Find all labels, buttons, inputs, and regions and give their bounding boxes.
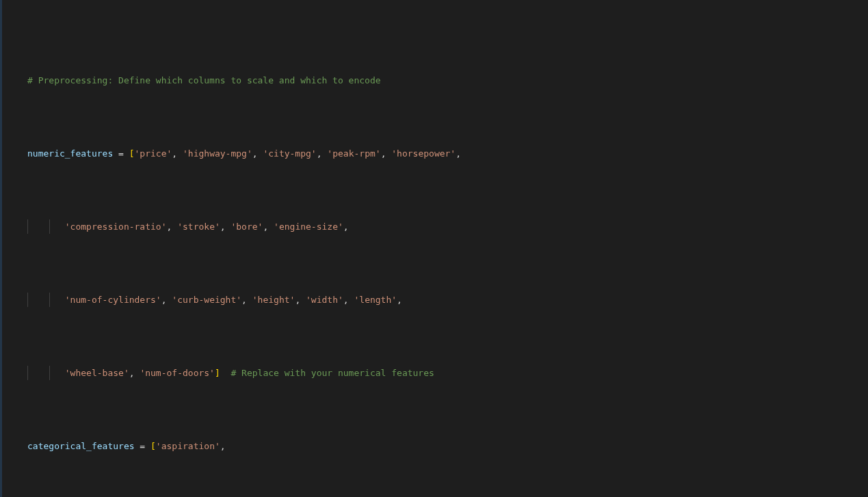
operator: = <box>113 148 129 159</box>
string: 'wheel-base' <box>65 368 129 378</box>
punct: , <box>381 148 392 159</box>
code-line[interactable]: # Preprocessing: Define which columns to… <box>0 73 868 88</box>
punct: , <box>172 148 183 159</box>
identifier: numeric_features <box>27 148 113 159</box>
punct: , <box>456 148 461 159</box>
indent-guide <box>27 293 28 307</box>
bracket: [ <box>129 148 135 159</box>
code-line[interactable]: 'num-of-cylinders', 'curb-weight', 'heig… <box>0 293 868 307</box>
punct: , <box>317 148 328 159</box>
indent-guide <box>49 293 50 307</box>
string: 'compression-ratio' <box>65 221 167 232</box>
operator: = <box>135 441 150 451</box>
bracket: ] <box>215 368 220 378</box>
punct: , <box>343 221 349 232</box>
string: 'curb-weight' <box>172 295 241 305</box>
indent-guide <box>27 219 28 234</box>
code-editor[interactable]: # Preprocessing: Define which columns to… <box>0 0 868 497</box>
string: 'price' <box>135 148 172 159</box>
code-line[interactable]: 'compression-ratio', 'stroke', 'bore', '… <box>0 219 868 234</box>
string: 'num-of-doors' <box>140 368 215 378</box>
string: 'aspiration' <box>156 441 220 451</box>
punct: , <box>295 295 306 305</box>
code-line[interactable]: categorical_features = ['aspiration', <box>0 439 868 453</box>
punct: , <box>220 441 226 451</box>
punct: , <box>252 148 263 159</box>
punct: , <box>161 295 172 305</box>
string: 'highway-mpg' <box>183 148 252 159</box>
string: 'length' <box>354 295 397 305</box>
comment: # Preprocessing: Define which columns to… <box>27 75 381 85</box>
punct: , <box>263 221 274 232</box>
punct: , <box>343 295 354 305</box>
string: 'bore' <box>231 221 263 232</box>
indent-guide <box>27 366 28 380</box>
punct: , <box>397 295 402 305</box>
indent-guide <box>49 219 50 234</box>
comment: # Replace with your numerical features <box>220 368 434 378</box>
bracket: [ <box>150 441 156 451</box>
identifier: categorical_features <box>27 441 135 451</box>
string: 'height' <box>252 295 295 305</box>
code-line[interactable]: 'wheel-base', 'num-of-doors'] # Replace … <box>0 366 868 380</box>
punct: , <box>220 221 231 232</box>
string: 'num-of-cylinders' <box>65 295 161 305</box>
punct: , <box>241 295 252 305</box>
string: 'city-mpg' <box>263 148 316 159</box>
code-line[interactable]: numeric_features = ['price', 'highway-mp… <box>0 146 868 161</box>
string: 'stroke' <box>177 221 220 232</box>
string: 'engine-size' <box>274 221 343 232</box>
punct: , <box>129 368 140 378</box>
indent-guide <box>49 366 50 380</box>
string: 'horsepower' <box>391 148 456 159</box>
string: 'peak-rpm' <box>327 148 380 159</box>
string: 'width' <box>306 295 343 305</box>
punct: , <box>167 221 178 232</box>
